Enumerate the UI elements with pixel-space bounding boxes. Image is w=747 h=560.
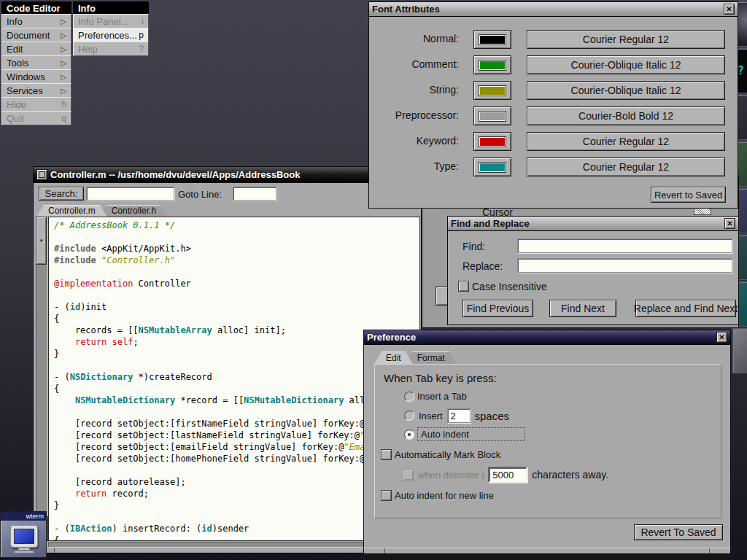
wterm-app-icon[interactable]: wterm bbox=[0, 511, 47, 558]
auto-mark-block-label: Automatically Mark Block bbox=[395, 449, 500, 460]
vertical-scroll-knob[interactable] bbox=[36, 217, 47, 265]
preference-title: Preference bbox=[367, 332, 713, 343]
keyword-color-well[interactable] bbox=[473, 132, 511, 151]
font-attributes-titlebar[interactable]: Font Attributes bbox=[369, 2, 738, 17]
auto-mark-block-checkbox[interactable] bbox=[381, 449, 392, 460]
preference-titlebar[interactable]: Preference bbox=[364, 330, 730, 345]
delimiter-distance-input[interactable] bbox=[488, 467, 527, 483]
preprocessor-label: Preprocessor: bbox=[395, 109, 459, 121]
menu-item-hide[interactable]: Hide h bbox=[1, 97, 71, 112]
code-line bbox=[54, 289, 419, 301]
info-submenu-title[interactable]: Info bbox=[73, 1, 149, 15]
string-color-swatch bbox=[479, 86, 506, 96]
case-insensitive-label: Case Insensitive bbox=[472, 281, 547, 292]
find-replace-titlebar[interactable]: Find and Replace bbox=[448, 217, 738, 231]
normal-label: Normal: bbox=[423, 33, 459, 44]
background-window-scroller-fragment bbox=[694, 208, 711, 215]
insert-spaces-radio[interactable] bbox=[404, 411, 414, 421]
submenu-arrow-icon bbox=[61, 85, 66, 96]
submenu-arrow-icon bbox=[61, 30, 66, 40]
type-font-button[interactable]: Courier Regular 12 bbox=[527, 158, 725, 176]
submenu-arrow-icon bbox=[61, 71, 66, 82]
miniaturize-icon[interactable] bbox=[36, 169, 47, 180]
code-line bbox=[54, 231, 419, 243]
tab-controller-h[interactable]: Controller.h bbox=[100, 205, 168, 217]
monitor-led bbox=[33, 544, 35, 546]
insert-tab-radio[interactable] bbox=[404, 392, 414, 402]
auto-indent-newline-label: Auto indent for new line bbox=[395, 490, 494, 501]
menu-item-windows[interactable]: Windows bbox=[1, 69, 71, 84]
auto-indent-radio[interactable] bbox=[404, 429, 414, 440]
insert-spaces-suffix-label: spaces bbox=[475, 410, 510, 422]
search-button[interactable]: Search: bbox=[39, 187, 84, 201]
preference-tabbar: Edit Format bbox=[374, 351, 457, 364]
preference-content-box: When Tab key is press: Insert a Tab Inse… bbox=[374, 364, 721, 518]
delimiter-checkbox[interactable] bbox=[403, 470, 414, 481]
comment-color-well[interactable] bbox=[473, 55, 511, 74]
wterm-icon-title-strip: wterm bbox=[1, 512, 46, 521]
menu-item-help[interactable]: Help ? bbox=[73, 42, 149, 56]
preference-resize-bar[interactable] bbox=[364, 548, 730, 553]
font-attributes-title: Font Attributes bbox=[372, 4, 721, 15]
tab-edit[interactable]: Edit bbox=[374, 351, 413, 364]
characters-away-label: characters away. bbox=[532, 469, 608, 481]
replace-and-find-next-button[interactable]: Replace and Find Next bbox=[635, 300, 736, 317]
font-attributes-window: Font Attributes Normal: Courier Regular … bbox=[368, 1, 738, 209]
preference-window: Preference Edit Format When Tab key is p… bbox=[363, 330, 731, 554]
string-color-well[interactable] bbox=[473, 81, 511, 100]
menu-item-edit[interactable]: Edit bbox=[1, 42, 71, 56]
type-color-swatch bbox=[479, 163, 506, 172]
dock-icon-app8[interactable] bbox=[732, 328, 747, 373]
main-menu-title[interactable]: Code Editor bbox=[1, 1, 71, 15]
keyword-font-button[interactable]: Courier Regular 12 bbox=[527, 132, 725, 151]
insert-tab-label: Insert a Tab bbox=[417, 391, 467, 402]
code-line: { bbox=[54, 313, 419, 324]
menu-item-quit[interactable]: Quit q bbox=[1, 111, 71, 125]
find-input[interactable] bbox=[517, 238, 732, 253]
spaces-count-input[interactable] bbox=[447, 408, 471, 423]
menu-item-info-panel[interactable]: Info Panel... i bbox=[73, 14, 149, 28]
normal-color-well[interactable] bbox=[473, 30, 511, 49]
close-icon[interactable] bbox=[716, 332, 727, 343]
editor-tabbar: Controller.m Controller.h bbox=[34, 205, 421, 217]
menu-item-info[interactable]: Info bbox=[1, 14, 71, 28]
replace-input[interactable] bbox=[517, 258, 732, 273]
tab-controller-m[interactable]: Controller.m bbox=[36, 205, 107, 217]
type-color-well[interactable] bbox=[473, 158, 511, 176]
find-next-button[interactable]: Find Next bbox=[549, 300, 616, 317]
case-insensitive-checkbox[interactable] bbox=[458, 281, 469, 292]
normal-color-swatch bbox=[479, 35, 506, 44]
search-input[interactable] bbox=[86, 187, 174, 201]
find-previous-button[interactable]: Find Previous bbox=[462, 300, 533, 317]
code-line: /* AddressBook 0.1.1 */ bbox=[54, 219, 419, 231]
string-font-button[interactable]: Courier-Oblique Italic 12 bbox=[527, 81, 725, 100]
replace-label: Replace: bbox=[462, 260, 503, 272]
find-replace-title: Find and Replace bbox=[451, 218, 721, 229]
preprocessor-font-button[interactable]: Courier-Bold Bold 12 bbox=[527, 106, 725, 125]
tab-format[interactable]: Format bbox=[406, 351, 457, 364]
close-icon[interactable] bbox=[724, 218, 735, 229]
preprocessor-color-well[interactable] bbox=[473, 106, 511, 125]
editor-window-title: Controller.m -- /usr/home/dvu/devel/Apps… bbox=[50, 169, 418, 180]
menu-item-services[interactable]: Services bbox=[1, 83, 71, 98]
editor-toolbar: Search: Goto Line: bbox=[34, 183, 421, 205]
close-icon[interactable] bbox=[724, 4, 735, 15]
goto-line-label: Goto Line: bbox=[178, 189, 222, 200]
preprocessor-color-swatch bbox=[479, 112, 506, 121]
revert-to-saved-button-preference[interactable]: Revert To Saved bbox=[634, 524, 723, 540]
string-label: String: bbox=[430, 84, 459, 96]
code-line: #include "Controller.h" bbox=[54, 254, 419, 266]
menu-item-document[interactable]: Document bbox=[1, 28, 71, 42]
goto-line-input[interactable] bbox=[233, 187, 276, 201]
info-submenu: Info Info Panel... i Preferences... p He… bbox=[73, 1, 149, 56]
find-label: Find: bbox=[462, 241, 485, 252]
normal-font-button[interactable]: Courier Regular 12 bbox=[527, 30, 725, 49]
editor-titlebar[interactable]: Controller.m -- /usr/home/dvu/devel/Apps… bbox=[34, 167, 421, 183]
menu-item-preferences[interactable]: Preferences... p bbox=[73, 28, 149, 42]
editor-vertical-scrollbar[interactable]: ▲ ▼ bbox=[36, 217, 48, 541]
menu-item-tools[interactable]: Tools bbox=[1, 55, 71, 70]
comment-font-button[interactable]: Courier-Oblique Italic 12 bbox=[527, 55, 725, 74]
auto-indent-newline-checkbox[interactable] bbox=[381, 490, 392, 501]
revert-to-saved-button[interactable]: Revert to Saved bbox=[651, 187, 726, 203]
keyword-label: Keyword: bbox=[417, 135, 459, 147]
